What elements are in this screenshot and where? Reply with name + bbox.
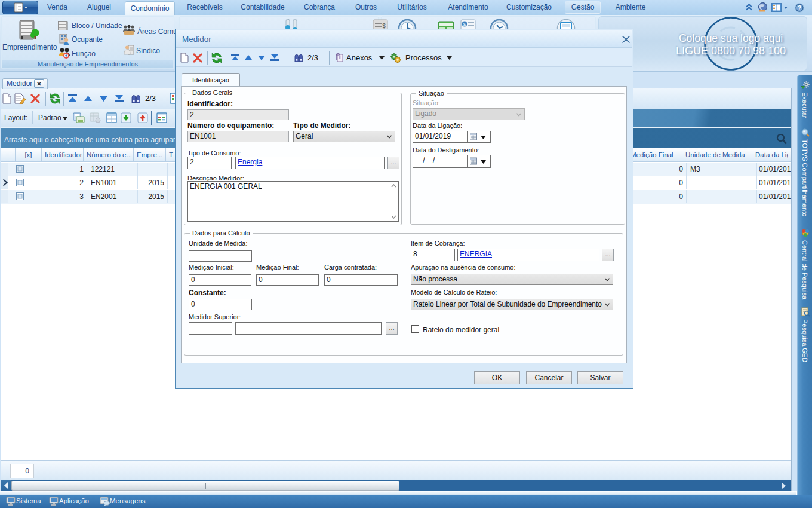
svg-text:$: $ — [463, 22, 466, 27]
svg-text:?: ? — [798, 5, 801, 11]
